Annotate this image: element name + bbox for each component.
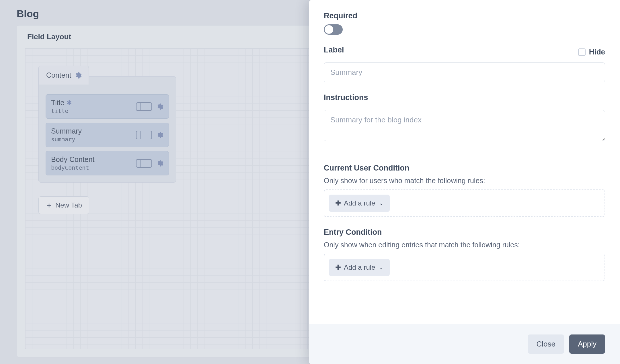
required-icon: ✱ — [67, 99, 72, 107]
toggle-knob — [325, 25, 333, 34]
field-handle: summary — [51, 136, 82, 143]
gear-icon[interactable] — [156, 103, 163, 110]
new-tab-button[interactable]: ＋ New Tab — [38, 196, 89, 214]
field-label: Body Content — [51, 155, 95, 164]
apply-button[interactable]: Apply — [569, 334, 605, 354]
chevron-down-icon: ⌄ — [379, 264, 383, 271]
user-condition-sub: Only show for users who match the follow… — [324, 177, 605, 185]
hide-label: Hide — [589, 48, 605, 56]
field-handle: title — [51, 107, 72, 114]
instructions-field: Instructions — [324, 93, 605, 142]
chevron-down-icon: ⌄ — [379, 200, 383, 206]
slideout-footer: Close Apply — [309, 324, 620, 364]
field-handle: bodyContent — [51, 164, 95, 171]
gear-icon[interactable] — [74, 72, 82, 79]
field-row-title[interactable]: Title ✱ title — [46, 94, 169, 119]
add-entry-rule-button[interactable]: ✚ Add a rule ⌄ — [329, 259, 390, 276]
tab-body: Title ✱ title Summary — [39, 87, 176, 182]
add-rule-label: Add a rule — [344, 263, 375, 271]
tab-header-content[interactable]: Content — [38, 66, 89, 85]
add-rule-label: Add a rule — [344, 199, 375, 207]
new-tab-label: New Tab — [55, 201, 82, 209]
entry-condition-box: ✚ Add a rule ⌄ — [324, 254, 605, 281]
hide-checkbox[interactable] — [578, 48, 586, 56]
entry-condition-field: Entry Condition Only show when editing e… — [324, 228, 605, 281]
plus-icon: ✚ — [335, 263, 341, 271]
required-toggle[interactable] — [324, 24, 343, 35]
close-button[interactable]: Close — [528, 334, 564, 354]
label-input[interactable] — [324, 62, 605, 82]
plus-icon: ✚ — [335, 199, 341, 207]
required-field: Required — [324, 11, 605, 35]
label-heading: Label — [324, 46, 344, 54]
field-label: Summary — [51, 127, 82, 135]
field-settings-slideout: Required Label Hide Instructions Current… — [309, 0, 620, 364]
required-heading: Required — [324, 11, 605, 20]
gear-icon[interactable] — [156, 131, 163, 139]
label-field: Label Hide — [324, 46, 605, 82]
entry-condition-sub: Only show when editing entries that matc… — [324, 241, 605, 249]
tab-name: Content — [46, 71, 71, 79]
user-condition-field: Current User Condition Only show for use… — [324, 164, 605, 217]
field-label: Title — [51, 99, 64, 107]
width-selector[interactable] — [136, 102, 152, 111]
width-selector[interactable] — [136, 159, 152, 168]
divider — [324, 153, 605, 153]
entry-condition-heading: Entry Condition — [324, 228, 605, 237]
user-condition-heading: Current User Condition — [324, 164, 605, 173]
gear-icon[interactable] — [156, 160, 163, 167]
width-selector[interactable] — [136, 131, 152, 139]
add-user-rule-button[interactable]: ✚ Add a rule ⌄ — [329, 195, 390, 212]
tab-card-content: Content Title ✱ title — [38, 76, 176, 183]
instructions-heading: Instructions — [324, 93, 605, 102]
field-row-summary[interactable]: Summary summary — [46, 123, 169, 147]
instructions-input[interactable] — [324, 110, 605, 141]
field-row-body-content[interactable]: Body Content bodyContent — [46, 151, 169, 175]
plus-icon: ＋ — [46, 201, 52, 210]
user-condition-box: ✚ Add a rule ⌄ — [324, 189, 605, 217]
